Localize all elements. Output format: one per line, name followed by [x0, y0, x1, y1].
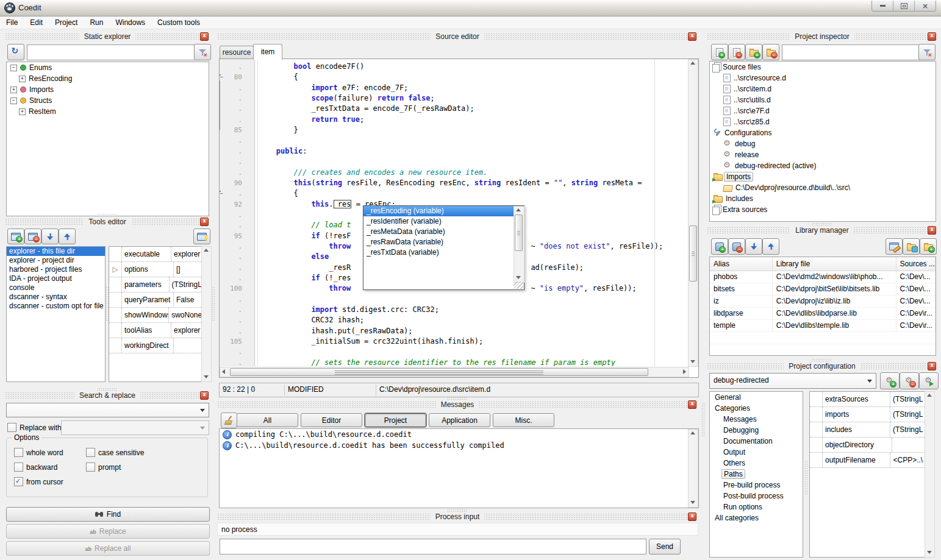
- maximize-button[interactable]: [893, 1, 914, 11]
- close-project-inspector-button[interactable]: x: [928, 32, 936, 41]
- category-item-run-options[interactable]: Run options: [710, 502, 803, 512]
- scroll-up-icon[interactable]: [204, 249, 209, 252]
- symbol-tree[interactable]: −Enums+ResEncoding+Imports−Structs+ResIt…: [6, 62, 209, 216]
- option-prompt[interactable]: prompt: [86, 463, 121, 472]
- category-item-general[interactable]: General: [710, 392, 803, 403]
- project-tree-item[interactable]: debug: [710, 138, 936, 149]
- add-tool-button[interactable]: +: [7, 229, 24, 244]
- clear-messages-button[interactable]: [221, 413, 237, 428]
- scrollbar-thumb[interactable]: [689, 225, 697, 282]
- scroll-down-icon[interactable]: [690, 360, 695, 363]
- replace-with-combo[interactable]: [61, 420, 209, 435]
- open-library-button[interactable]: [903, 238, 920, 255]
- property-row[interactable]: queryParametFalse: [109, 292, 201, 308]
- edit-library-button[interactable]: [886, 238, 903, 255]
- tool-list-item[interactable]: IDA - project output: [7, 274, 105, 283]
- move-tool-down-button[interactable]: [41, 229, 59, 244]
- popup-resize-grip[interactable]: [513, 282, 523, 289]
- case-sensitive-checkbox[interactable]: [86, 448, 95, 457]
- scroll-up-icon[interactable]: [690, 431, 695, 434]
- library-row[interactable]: izC:\Dev\dproj\iz\lib\iz.libC:\Dev\...: [710, 296, 936, 308]
- scroll-up-icon[interactable]: [690, 62, 695, 65]
- refresh-button[interactable]: [7, 44, 24, 60]
- tree-item-enums[interactable]: −Enums: [7, 62, 209, 73]
- tree-item-imports[interactable]: +Imports: [7, 84, 209, 95]
- move-library-down-button[interactable]: [745, 238, 762, 255]
- project-tree-item[interactable]: debug-redirected (active): [710, 160, 936, 171]
- fold-collapse-icon[interactable]: −: [220, 191, 221, 192]
- menu-item-project[interactable]: Project: [49, 16, 84, 29]
- project-tree-item[interactable]: Imports: [710, 171, 936, 182]
- project-tree-item[interactable]: ..\src\item.d: [710, 83, 936, 94]
- menu-item-file[interactable]: File: [0, 16, 24, 29]
- replace-all-button[interactable]: Replace all: [6, 541, 210, 556]
- property-row[interactable]: showWindowsswoNone: [109, 308, 201, 323]
- category-item-others[interactable]: Others: [710, 458, 803, 469]
- configuration-selector[interactable]: debug-redirected: [709, 373, 876, 389]
- project-tree-item[interactable]: Extra sources: [710, 204, 936, 215]
- library-row[interactable]: templeC:\Dev\dlibs\temple.libC:\Dev\r...: [710, 320, 936, 332]
- scroll-down-icon[interactable]: [927, 551, 932, 554]
- menu-item-run[interactable]: Run: [84, 16, 109, 29]
- splitter-grip[interactable]: [701, 402, 704, 436]
- expander-icon[interactable]: −: [10, 97, 17, 104]
- completion-item[interactable]: _resRawData (variable): [363, 237, 513, 247]
- project-tree-item[interactable]: ..\src\resource.d: [710, 73, 936, 83]
- find-button[interactable]: Find: [6, 507, 210, 522]
- category-item-post-build-process[interactable]: Post-build process: [710, 491, 803, 502]
- splitter-grip[interactable]: [97, 388, 118, 391]
- vertical-scrollbar[interactable]: [688, 429, 698, 508]
- scroll-down-icon[interactable]: [204, 375, 209, 378]
- tree-item-resencoding[interactable]: +ResEncoding: [7, 73, 209, 84]
- completion-popup[interactable]: _resEncoding (variable)_resIdentifier (v…: [363, 205, 524, 290]
- send-button[interactable]: Send: [649, 539, 681, 555]
- tree-item-structs[interactable]: −Structs: [7, 95, 209, 106]
- completion-scrollbar[interactable]: [513, 206, 524, 283]
- project-tree-item[interactable]: C:\Dev\dproj\resource.d\build\..\src\: [710, 182, 936, 193]
- configuration-properties-grid[interactable]: extraSources(TStringLimports(TStringLinc…: [809, 391, 925, 558]
- search-term-combo[interactable]: [6, 403, 209, 417]
- close-process-input-button[interactable]: x: [688, 512, 696, 521]
- project-tree[interactable]: Source files..\src\resource.d..\src\item…: [709, 61, 936, 222]
- property-row[interactable]: workingDirect: [109, 338, 201, 353]
- expander-icon[interactable]: +: [19, 76, 26, 82]
- symbol-filter-input[interactable]: [27, 44, 195, 60]
- close-library-manager-button[interactable]: x: [928, 226, 936, 235]
- messages-filter-editor[interactable]: Editor: [301, 413, 362, 427]
- add-configuration-button[interactable]: +: [880, 372, 900, 389]
- project-tree-item[interactable]: Includes: [710, 193, 936, 204]
- property-row[interactable]: toolAliasexplorer: [109, 323, 201, 338]
- column-header-sources[interactable]: Sources ...: [896, 257, 936, 271]
- vertical-scrollbar[interactable]: [688, 59, 698, 367]
- project-tree-item[interactable]: ..\src\utils.d: [710, 94, 936, 105]
- replace-with-checkbox[interactable]: [7, 423, 16, 432]
- option-case-sensitive[interactable]: case sensitive: [86, 448, 144, 457]
- property-row[interactable]: objectDirectory: [810, 438, 925, 453]
- messages-filter-misc[interactable]: Misc.: [493, 413, 554, 427]
- project-tree-item[interactable]: release: [710, 149, 936, 160]
- scroll-right-icon[interactable]: [683, 369, 686, 374]
- tool-list-item[interactable]: explorer - this file dir: [7, 247, 105, 256]
- process-input-field[interactable]: [220, 539, 646, 555]
- option-from-cursor[interactable]: from cursor: [14, 477, 63, 486]
- configuration-categories-tree[interactable]: GeneralCategoriesMessagesDebuggingDocume…: [709, 391, 803, 558]
- library-table[interactable]: AliasLibrary fileSources ...phobosC:\Dev…: [709, 257, 936, 356]
- close-source-editor-button[interactable]: x: [688, 32, 696, 41]
- tree-item-resitem[interactable]: +ResItem: [7, 106, 209, 117]
- replace-button[interactable]: Replace: [6, 524, 210, 539]
- splitter-grip[interactable]: [812, 222, 832, 225]
- add-source-file-button[interactable]: +: [711, 44, 728, 60]
- horizontal-scrollbar[interactable]: [220, 367, 689, 377]
- library-row[interactable]: bitsetsC:\Dev\dproj\bitSet\lib\bitsets.l…: [710, 283, 936, 296]
- tool-list-item[interactable]: harbored - project files: [7, 265, 105, 274]
- scrollbar-thumb[interactable]: [230, 368, 648, 376]
- category-item-output[interactable]: Output: [710, 447, 803, 458]
- scrollbar-thumb[interactable]: [515, 214, 523, 251]
- option-whole-word[interactable]: whole word: [14, 448, 63, 457]
- column-header-library[interactable]: Library file: [773, 257, 896, 271]
- completion-item[interactable]: _resEncoding (variable): [363, 206, 513, 216]
- tab-resource[interactable]: resource: [220, 46, 254, 59]
- whole-word-checkbox[interactable]: [14, 448, 23, 457]
- completion-item[interactable]: _resTxtData (variable): [363, 247, 513, 258]
- expander-icon[interactable]: −: [10, 65, 17, 71]
